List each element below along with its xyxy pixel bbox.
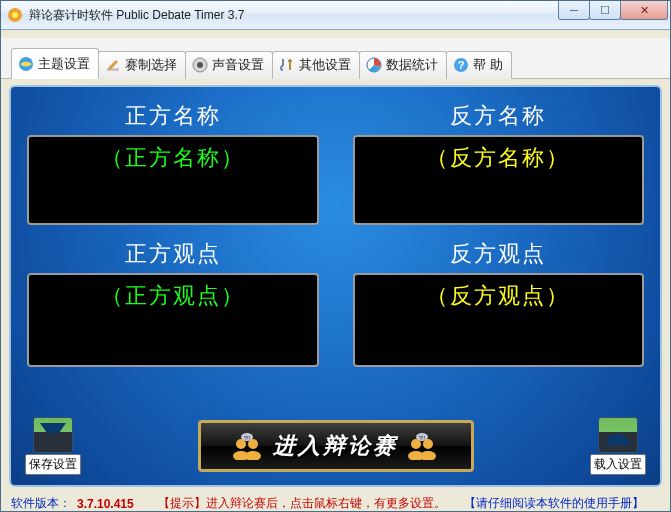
minimize-button[interactable]: ─ [558,1,590,20]
tab-other-settings[interactable]: 其他设置 [272,51,360,79]
app-window: 辩论赛计时软件 Public Debate Timer 3.7 ─ ☐ ✕ 主题… [0,0,671,512]
save-icon [33,417,73,453]
tab-label: 赛制选择 [125,56,177,74]
fields-grid: 正方名称 反方名称 （正方名称） （反方名称） 正方观点 反方观点 （正方观点）… [27,101,644,367]
pro-name-value: （正方名称） [101,143,245,173]
people-left-icon: ?!! [231,432,265,460]
chart-icon [366,57,382,73]
load-settings-button[interactable]: 载入设置 [590,417,646,475]
pro-view-title: 正方观点 [27,239,319,269]
save-label: 保存设置 [25,454,81,475]
load-label: 载入设置 [590,454,646,475]
pro-view-value: （正方观点） [101,281,245,311]
tab-label: 主题设置 [38,55,90,73]
pro-name-title: 正方名称 [27,101,319,131]
svg-text:?!!: ?!! [419,435,426,441]
svg-point-1 [12,12,18,18]
tab-theme-settings[interactable]: 主题设置 [11,48,99,79]
version-label: 软件版本： [11,495,71,512]
tab-help[interactable]: ? 帮 助 [446,51,512,79]
app-icon [7,7,23,23]
save-settings-button[interactable]: 保存设置 [25,417,81,475]
con-name-value: （反方名称） [426,143,570,173]
spacer [1,30,670,38]
svg-text:?: ? [458,59,465,71]
tab-sound-settings[interactable]: 声音设置 [185,51,273,79]
tab-label: 声音设置 [212,56,264,74]
window-title: 辩论赛计时软件 Public Debate Timer 3.7 [29,7,559,24]
con-name-field[interactable]: （反方名称） [353,135,645,225]
tab-label: 其他设置 [299,56,351,74]
svg-point-12 [245,451,261,460]
tools-icon [279,57,295,73]
status-manual-link[interactable]: 【请仔细阅读本软件的使用手册】 [464,495,644,512]
load-icon [598,417,638,453]
window-controls: ─ ☐ ✕ [559,1,668,29]
tab-label: 帮 助 [473,56,503,74]
pencil-icon [105,57,121,73]
bottom-bar: 保存设置 ?!! 进入辩论赛 ?!! 载入设置 [25,417,646,475]
help-icon: ? [453,57,469,73]
status-tip: 【提示】进入辩论赛后，点击鼠标右键，有更多设置。 [158,495,446,512]
content-area: 正方名称 反方名称 （正方名称） （反方名称） 正方观点 反方观点 （正方观点）… [1,85,670,487]
enter-label: 进入辩论赛 [273,431,398,461]
svg-point-5 [197,62,203,68]
maximize-button[interactable]: ☐ [589,1,621,20]
close-button[interactable]: ✕ [620,1,668,20]
pro-view-field[interactable]: （正方观点） [27,273,319,367]
globe-icon [18,56,34,72]
con-view-title: 反方观点 [353,239,645,269]
tab-strip: 主题设置 赛制选择 声音设置 其他设置 数据统计 ? 帮 助 [1,38,670,79]
tab-data-stats[interactable]: 数据统计 [359,51,447,79]
theme-panel: 正方名称 反方名称 （正方名称） （反方名称） 正方观点 反方观点 （正方观点）… [9,85,662,487]
version-value: 3.7.10.415 [77,497,134,511]
speaker-icon [192,57,208,73]
con-view-field[interactable]: （反方观点） [353,273,645,367]
svg-point-18 [420,451,436,460]
tab-format-select[interactable]: 赛制选择 [98,51,186,79]
tab-label: 数据统计 [386,56,438,74]
svg-text:?!!: ?!! [244,435,251,441]
title-bar: 辩论赛计时软件 Public Debate Timer 3.7 ─ ☐ ✕ [1,1,670,30]
con-view-value: （反方观点） [426,281,570,311]
status-bar: 软件版本： 3.7.10.415 【提示】进入辩论赛后，点击鼠标右键，有更多设置… [1,491,670,512]
enter-debate-button[interactable]: ?!! 进入辩论赛 ?!! [198,420,474,472]
people-right-icon: ?!! [406,432,440,460]
pro-name-field[interactable]: （正方名称） [27,135,319,225]
con-name-title: 反方名称 [353,101,645,131]
